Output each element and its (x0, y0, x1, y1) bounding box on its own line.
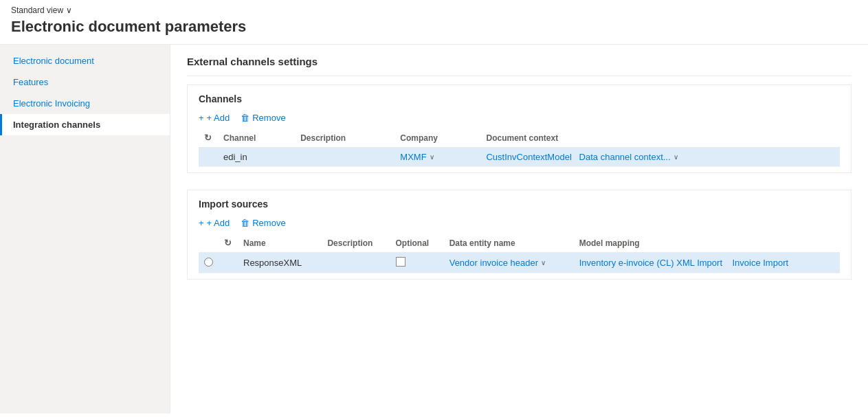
trash-icon: 🗑 (241, 113, 249, 123)
channels-toolbar: + + Add 🗑 Remove (199, 113, 840, 123)
channels-table: ↻ Channel Description Company Document c… (199, 128, 840, 167)
view-selector[interactable]: Standard view ∨ (11, 5, 857, 15)
channels-section: Channels + + Add 🗑 Remove (187, 84, 852, 173)
channels-header: Channels (188, 85, 851, 104)
channels-table-container: + + Add 🗑 Remove ↻ Channel (188, 113, 851, 167)
company-value: MXMF (400, 152, 426, 162)
import-sources-col-optional: Optional (390, 234, 444, 253)
import-sources-heading: Import sources (199, 199, 840, 210)
sidebar-item-electronic-invoicing[interactable]: Electronic Invoicing (0, 93, 170, 114)
import-sources-row-refresh (219, 253, 238, 273)
table-row[interactable]: ResponseXML Vendor invoice header ∨ (199, 253, 840, 273)
channels-row-refresh (199, 148, 218, 167)
data-entity-value: Vendor invoice header (449, 258, 538, 268)
channels-row-document-context: CustInvContextModel Data channel context… (480, 148, 840, 167)
import-sources-row-optional (390, 253, 444, 273)
channels-table-head: ↻ Channel Description Company Document c… (199, 128, 840, 148)
import-sources-add-label: + Add (207, 218, 230, 228)
import-sources-col-radio (199, 234, 219, 253)
data-entity-dropdown[interactable]: Vendor invoice header ∨ (449, 258, 568, 268)
view-selector-label: Standard view (11, 5, 63, 15)
import-sources-col-description: Description (322, 234, 390, 253)
import-sources-table-body: ResponseXML Vendor invoice header ∨ (199, 253, 840, 273)
import-sources-section: Import sources + + Add 🗑 Remove (187, 190, 852, 280)
layout: Electronic document Features Electronic … (0, 45, 868, 414)
channels-add-button[interactable]: + + Add (199, 113, 230, 123)
channels-table-body: edi_in MXMF ∨ CustInvContextModel (199, 148, 840, 167)
channels-col-channel: Channel (218, 128, 295, 148)
import-sources-toolbar: + + Add 🗑 Remove (199, 218, 840, 228)
channels-remove-button[interactable]: 🗑 Remove (241, 113, 285, 123)
import-sources-col-refresh: ↻ (219, 234, 238, 253)
model-mapping-secondary-link[interactable]: Invoice Import (732, 258, 788, 268)
channels-row-channel: edi_in (218, 148, 295, 167)
import-sources-header-row: ↻ Name Description Optional Data entity … (199, 234, 840, 253)
section-title: External channels settings (187, 56, 852, 67)
import-sources-row-name: ResponseXML (238, 253, 322, 273)
channels-col-company: Company (394, 128, 480, 148)
import-sources-row-radio (199, 253, 219, 273)
channels-add-label: + Add (207, 113, 230, 123)
add-icon-2: + (199, 218, 204, 228)
sidebar: Electronic document Features Electronic … (0, 45, 170, 414)
main-content: External channels settings Channels + + … (170, 45, 868, 414)
sidebar-item-features[interactable]: Features (0, 71, 170, 93)
channels-remove-label: Remove (252, 113, 285, 123)
optional-checkbox[interactable] (396, 257, 405, 267)
import-sources-col-name: Name (238, 234, 322, 253)
add-icon: + (199, 113, 204, 123)
document-context-model-link[interactable]: CustInvContextModel (486, 152, 571, 162)
table-row[interactable]: edi_in MXMF ∨ CustInvContextModel (199, 148, 840, 167)
refresh-icon-header: ↻ (204, 133, 212, 143)
refresh-icon-header-2: ↻ (224, 238, 232, 248)
document-context-dropdown[interactable]: Data channel context... ∨ (579, 152, 678, 162)
trash-icon-2: 🗑 (241, 218, 249, 228)
row-radio-button[interactable] (204, 258, 213, 267)
import-sources-add-button[interactable]: + + Add (199, 218, 230, 228)
import-sources-col-model-mapping: Model mapping (574, 234, 840, 253)
import-sources-table-head: ↻ Name Description Optional Data entity … (199, 234, 840, 253)
channels-col-description: Description (295, 128, 394, 148)
import-sources-header: Import sources (188, 190, 851, 210)
import-sources-row-model-mapping: Inventory e-invoice (CL) XML Import Invo… (574, 253, 840, 273)
document-context-chevron-icon: ∨ (674, 153, 678, 161)
channels-row-company: MXMF ∨ (394, 148, 480, 167)
import-sources-col-data-entity-name: Data entity name (444, 234, 574, 253)
import-sources-table: ↻ Name Description Optional Data entity … (199, 234, 840, 273)
import-sources-row-data-entity-name: Vendor invoice header ∨ (444, 253, 574, 273)
company-dropdown[interactable]: MXMF ∨ (400, 152, 475, 162)
channels-row-description (295, 148, 394, 167)
company-chevron-icon: ∨ (430, 153, 434, 161)
channels-header-row: ↻ Channel Description Company Document c… (199, 128, 840, 148)
import-sources-remove-label: Remove (252, 218, 285, 228)
sidebar-item-integration-channels[interactable]: Integration channels (0, 114, 170, 135)
channels-col-refresh: ↻ (199, 128, 218, 148)
import-sources-table-container: + + Add 🗑 Remove ↻ (188, 218, 851, 273)
section-separator (187, 76, 852, 76)
import-sources-row-description (322, 253, 390, 273)
page-title: Electronic document parameters (11, 18, 857, 36)
import-sources-remove-button[interactable]: 🗑 Remove (241, 218, 285, 228)
document-context-value: Data channel context... (579, 152, 671, 162)
view-selector-chevron: ∨ (66, 5, 72, 15)
data-entity-chevron-icon: ∨ (541, 259, 546, 267)
app-header: Standard view ∨ Electronic document para… (0, 0, 868, 45)
sidebar-item-electronic-document[interactable]: Electronic document (0, 50, 170, 71)
channels-col-document-context: Document context (480, 128, 840, 148)
channels-heading: Channels (199, 93, 840, 104)
model-mapping-link[interactable]: Inventory e-invoice (CL) XML Import (579, 258, 722, 268)
